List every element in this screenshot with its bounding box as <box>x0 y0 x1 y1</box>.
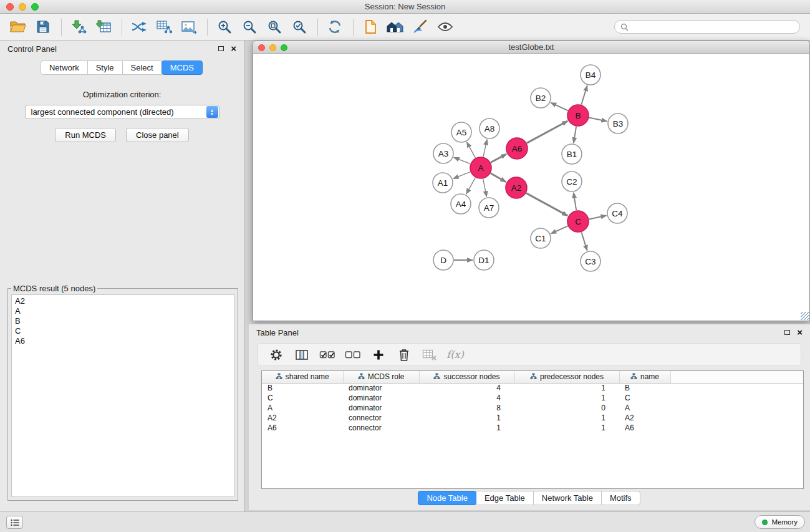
column-header-name[interactable]: name <box>619 371 670 383</box>
open-session-button[interactable] <box>7 16 29 37</box>
mcds-result-item[interactable]: A2 <box>15 296 231 306</box>
close-window-button[interactable] <box>6 3 14 11</box>
tab-network[interactable]: Network <box>41 60 88 75</box>
optimization-dropdown[interactable]: largest connected component (directed) ▲… <box>25 105 219 119</box>
column-header-shared-name[interactable]: shared name <box>262 371 343 383</box>
memory-button[interactable]: Memory <box>755 515 805 529</box>
table-row[interactable]: A2connector11A2 <box>262 413 803 423</box>
table-cell[interactable]: A <box>262 403 343 413</box>
table-cell[interactable]: A6 <box>619 423 670 433</box>
delete-table-button[interactable] <box>422 347 438 363</box>
zoom-network-button[interactable] <box>281 44 287 51</box>
save-session-button[interactable] <box>32 16 54 37</box>
mcds-result-item[interactable]: A <box>15 306 231 316</box>
edge-B-B2[interactable] <box>551 103 567 111</box>
mcds-result-list[interactable]: A2ABCA6 <box>11 294 234 497</box>
table-cell[interactable]: 8 <box>419 403 514 413</box>
show-hide-details-button[interactable] <box>435 16 456 37</box>
float-panel-icon[interactable] <box>218 46 224 51</box>
close-panel-icon[interactable]: × <box>231 46 236 52</box>
import-network-button[interactable] <box>68 16 89 37</box>
edge-C-C2[interactable] <box>574 193 576 210</box>
table-cell[interactable]: 1 <box>514 413 619 423</box>
table-cell[interactable]: dominator <box>343 383 419 393</box>
table-cell[interactable]: 1 <box>514 383 619 393</box>
table-row[interactable]: Cdominator41C <box>262 393 803 403</box>
refresh-view-button[interactable] <box>324 16 345 37</box>
tab-mcds[interactable]: MCDS <box>162 60 203 75</box>
edge-A-A7[interactable] <box>483 179 487 197</box>
edge-A-A8[interactable] <box>483 140 487 157</box>
table-row[interactable]: Adominator80A <box>262 403 803 413</box>
zoom-window-button[interactable] <box>31 3 39 11</box>
edge-A-A6[interactable] <box>491 154 506 163</box>
table-cell[interactable]: 0 <box>514 403 619 413</box>
zoom-in-button[interactable] <box>214 16 235 37</box>
tab-select[interactable]: Select <box>122 60 162 75</box>
edge-A-A2[interactable] <box>491 173 506 182</box>
float-table-panel-icon[interactable] <box>784 330 790 335</box>
tab-style[interactable]: Style <box>87 60 123 75</box>
table-cell[interactable]: A <box>619 403 670 413</box>
clone-network-button[interactable] <box>128 16 150 37</box>
column-header-predecessor-nodes[interactable]: predecessor nodes <box>514 371 619 383</box>
edge-A-A4[interactable] <box>466 178 476 194</box>
edge-C-C3[interactable] <box>581 232 587 251</box>
show-columns-button[interactable] <box>294 347 310 363</box>
close-panel-button[interactable]: Close panel <box>126 128 189 142</box>
run-mcds-button[interactable]: Run MCDS <box>55 128 116 142</box>
network-window-titlebar[interactable]: testGlobe.txt <box>253 41 810 54</box>
table-cell[interactable]: 1 <box>419 423 514 433</box>
table-cell[interactable]: connector <box>343 423 419 433</box>
import-table-button[interactable] <box>93 16 114 37</box>
edge-A2-C[interactable] <box>526 193 568 216</box>
graph-canvas[interactable]: B4B2BB3A5A8A6B1A3AC2A1A2A4A7C4CC1C3DD1 <box>253 54 809 320</box>
select-all-button[interactable] <box>319 347 335 363</box>
edge-C-C4[interactable] <box>589 216 607 220</box>
table-cell[interactable]: 1 <box>419 413 514 423</box>
minimize-window-button[interactable] <box>19 3 26 11</box>
edge-B-B4[interactable] <box>581 85 587 105</box>
export-image-button[interactable] <box>178 16 200 37</box>
edge-B-B1[interactable] <box>574 127 576 143</box>
open-document-button[interactable] <box>360 16 381 37</box>
edge-A6-B[interactable] <box>527 121 568 143</box>
table-cell[interactable]: B <box>619 383 670 393</box>
delete-rows-button[interactable] <box>396 347 412 363</box>
close-network-button[interactable] <box>258 44 265 51</box>
home-button[interactable] <box>385 16 406 37</box>
search-input[interactable] <box>632 22 794 32</box>
table-row[interactable]: Bdominator41B <box>262 383 803 393</box>
zoom-out-button[interactable] <box>239 16 260 37</box>
tab-node-table[interactable]: Node Table <box>418 491 476 505</box>
style-painter-button[interactable] <box>410 16 431 37</box>
column-header-successor-nodes[interactable]: successor nodes <box>419 371 514 383</box>
minimize-network-button[interactable] <box>269 44 276 51</box>
table-cell[interactable]: 4 <box>419 393 514 403</box>
zoom-fit-button[interactable] <box>264 16 285 37</box>
table-cell[interactable]: A2 <box>262 413 343 423</box>
tab-motifs[interactable]: Motifs <box>601 491 640 505</box>
mcds-result-item[interactable]: C <box>15 326 231 336</box>
deselect-all-button[interactable] <box>345 347 361 363</box>
resize-grip[interactable] <box>801 312 809 320</box>
table-cell[interactable]: A6 <box>262 423 343 433</box>
edge-B-B3[interactable] <box>589 118 607 122</box>
function-builder-button[interactable]: f(x) <box>447 347 463 363</box>
tab-edge-table[interactable]: Edge Table <box>476 491 534 505</box>
table-cell[interactable]: 1 <box>514 423 619 433</box>
table-cell[interactable]: C <box>262 393 343 403</box>
tab-network-table[interactable]: Network Table <box>533 491 602 505</box>
zoom-selected-button[interactable] <box>289 16 310 37</box>
table-cell[interactable]: C <box>619 393 670 403</box>
table-cell[interactable]: 1 <box>514 393 619 403</box>
table-settings-button[interactable] <box>268 347 284 363</box>
add-row-button[interactable] <box>370 347 387 363</box>
mcds-result-item[interactable]: A6 <box>15 336 231 346</box>
column-header-MCDS-role[interactable]: MCDS role <box>343 371 419 383</box>
edge-C-C1[interactable] <box>551 226 567 233</box>
task-history-button[interactable] <box>6 516 23 529</box>
edge-A-A1[interactable] <box>453 172 470 179</box>
search-box[interactable] <box>614 20 800 34</box>
new-network-from-table-button[interactable] <box>153 16 175 37</box>
